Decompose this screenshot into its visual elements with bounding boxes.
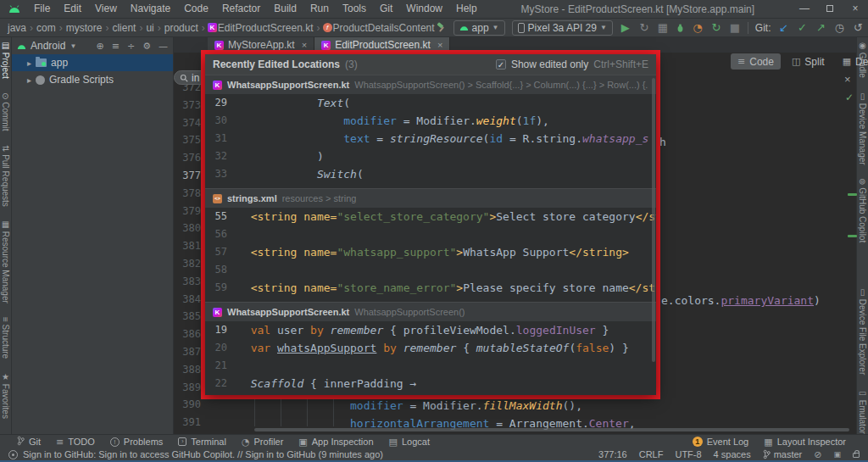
breadcrumb-com[interactable]: com [36, 22, 57, 34]
tool-button-resource-manager[interactable]: ▦ Resource Manager [1, 220, 10, 303]
collapse-all-icon[interactable]: ≡ [112, 41, 120, 52]
popup-code-line[interactable]: 22 Scaffold { innerPadding → [205, 377, 656, 395]
popup-section-header[interactable]: KWhatsappSupportScreen.ktWhatsappSupport… [205, 75, 656, 94]
breadcrumb-java[interactable]: java [7, 22, 27, 34]
build-hammer-icon[interactable] [436, 22, 447, 33]
menu-edit[interactable]: Edit [57, 0, 88, 18]
tool-button-project[interactable]: ▤ Project [1, 41, 10, 79]
tool-button-device-manager[interactable]: ▯ Device Manager [858, 92, 867, 165]
feedback-icon[interactable]: ▣ [833, 450, 841, 459]
popup-code-line[interactable]: 57 <string name="whatsapp_support">Whats… [205, 246, 656, 264]
popup-code-line[interactable]: 21 [205, 359, 656, 377]
tab-close-icon[interactable]: × [437, 40, 442, 50]
lock-icon[interactable] [853, 453, 860, 458]
tool-button-pull-requests[interactable]: ⇅ Pull Requests [1, 145, 10, 207]
horizontal-scrollbar[interactable] [254, 428, 849, 431]
tool-button-favorites[interactable]: ★ Favorites [1, 372, 10, 419]
search-input[interactable]: in [192, 72, 199, 84]
tab-close-icon[interactable]: × [302, 40, 307, 50]
tool-window-button-event-log[interactable]: 1Event Log [693, 437, 749, 448]
breadcrumb-product[interactable]: product [164, 22, 199, 34]
menu-help[interactable]: Help [449, 0, 484, 18]
run-button[interactable]: ▶ [620, 20, 632, 36]
breadcrumb-editproductscreen-kt[interactable]: EditProductScreen.kt [217, 22, 314, 34]
popup-code-line[interactable]: 31 text = stringResource(id = R.string.w… [205, 132, 656, 150]
popup-section-header[interactable]: KWhatsappSupportScreen.ktWhatsappSupport… [205, 302, 656, 321]
view-mode-code[interactable]: ≡Code [731, 53, 781, 70]
profiler-gauge-icon[interactable]: ◔ [692, 20, 704, 36]
breadcrumb-client[interactable]: client [111, 22, 136, 34]
tree-item-gradle-scripts[interactable]: ▸Gradle Scripts [12, 71, 173, 88]
device-selector[interactable]: Pixel 3a API 29 ▼ [512, 20, 613, 36]
locate-file-icon[interactable]: ⊕ [96, 41, 103, 52]
menu-file[interactable]: File [27, 0, 57, 18]
menu-code[interactable]: Code [177, 0, 215, 18]
git-update-icon[interactable]: ↙ [778, 20, 790, 36]
tool-button-commit[interactable]: ⊙ Commit [1, 92, 10, 131]
popup-code-line[interactable]: 32 ) [205, 150, 656, 168]
popup-code-line[interactable]: 55 <string name="select_store_category">… [205, 210, 656, 228]
popup-code-line[interactable]: 20 var whatsAppSupport by remember { mut… [205, 342, 656, 359]
menu-build[interactable]: Build [267, 0, 303, 18]
panel-gear-icon[interactable]: ⚙ [142, 41, 151, 52]
file-encoding[interactable]: UTF-8 [675, 449, 701, 459]
notifications-muted-icon[interactable]: ⊘ [814, 449, 821, 460]
popup-code-line[interactable]: 33 Switch( [205, 168, 656, 186]
run-config-selector[interactable]: app ▼ [453, 20, 505, 36]
hide-panel-icon[interactable]: — [159, 41, 168, 52]
chevron-right-icon[interactable]: ▸ [27, 75, 31, 85]
show-edited-only-checkbox[interactable]: ✓ [496, 59, 506, 70]
tool-window-button-todo[interactable]: ≡TODO [56, 436, 95, 448]
apply-changes-icon[interactable]: ↻ [710, 20, 722, 36]
tool-window-button-problems[interactable]: !Problems [110, 436, 163, 448]
maximize-button[interactable] [817, 0, 843, 18]
view-mode-design[interactable]: ▦Design [836, 53, 868, 70]
git-push-icon[interactable]: ↗ [815, 20, 827, 36]
tree-item-app[interactable]: ▸app [12, 54, 173, 71]
popup-section-header[interactable]: <>strings.xmlresources > string [205, 188, 656, 208]
breadcrumb-mystore[interactable]: mystore [65, 22, 103, 34]
debug-bug-icon[interactable] [676, 23, 685, 33]
rollback-undo-icon[interactable]: ↺ [853, 20, 865, 36]
indent-setting[interactable]: 4 spaces [714, 449, 751, 459]
git-branch-widget[interactable]: master [763, 449, 803, 459]
menu-refactor[interactable]: Refactor [215, 0, 267, 18]
chevron-right-icon[interactable]: ▸ [27, 58, 31, 68]
menu-run[interactable]: Run [303, 0, 336, 18]
menu-git[interactable]: Git [373, 0, 399, 18]
tool-button-device-file-explorer[interactable]: ▯ Device File Explorer [858, 287, 867, 375]
tool-window-button-app-inspection[interactable]: ▣App Inspection [298, 436, 373, 448]
restart-button[interactable]: ↻ [638, 20, 650, 36]
history-clock-icon[interactable]: ◷ [834, 20, 846, 36]
tool-window-button-profiler[interactable]: ◔Profiler [242, 436, 283, 448]
git-commit-check-icon[interactable]: ✓ [797, 20, 809, 36]
tool-button-github-copilot[interactable]: ⊚ GitHub Copilot [858, 178, 867, 242]
breadcrumb-productdetailscontent[interactable]: ProductDetailsContent [332, 22, 436, 34]
menu-tools[interactable]: Tools [336, 0, 373, 18]
status-message[interactable]: Sign in to GitHub: Sign in to access Git… [23, 449, 383, 459]
expand-settings-icon[interactable]: ÷ [127, 41, 135, 52]
tool-window-button-layout-inspector[interactable]: ▦Layout Inspector [764, 437, 846, 448]
close-button[interactable]: × [843, 0, 868, 18]
popup-code-line[interactable]: 19 val user by remember { profileViewMod… [205, 324, 656, 342]
popup-code-line[interactable]: 58 [205, 264, 656, 281]
coverage-button[interactable]: ▦ [657, 20, 669, 36]
tool-button-emulator[interactable]: ▭ Emulator [858, 388, 867, 434]
close-icon[interactable]: × [844, 73, 851, 86]
tool-window-button-terminal[interactable]: ›Terminal [178, 436, 226, 448]
caret-position[interactable]: 377:16 [598, 449, 627, 459]
breadcrumb-ui[interactable]: ui [145, 22, 154, 34]
stop-button[interactable]: ■ [729, 20, 741, 36]
popup-code-line[interactable]: 30 modifier = Modifier.weight(1f), [205, 114, 656, 132]
menu-window[interactable]: Window [399, 0, 449, 18]
popup-scrollbar[interactable] [652, 78, 655, 362]
popup-code-line[interactable]: 56 [205, 228, 656, 246]
popup-code-line[interactable]: 59 <string name="store_name_error">Pleas… [205, 281, 656, 299]
minimize-button[interactable]: — [792, 0, 817, 18]
inspections-ok-icon[interactable]: ✓ [845, 92, 854, 103]
menu-navigate[interactable]: Navigate [124, 0, 177, 18]
tool-window-button-git[interactable]: Git [17, 436, 41, 448]
popup-code-line[interactable]: 29 Text( [205, 97, 656, 114]
project-view-selector[interactable]: Android [31, 40, 65, 52]
menu-view[interactable]: View [88, 0, 124, 18]
